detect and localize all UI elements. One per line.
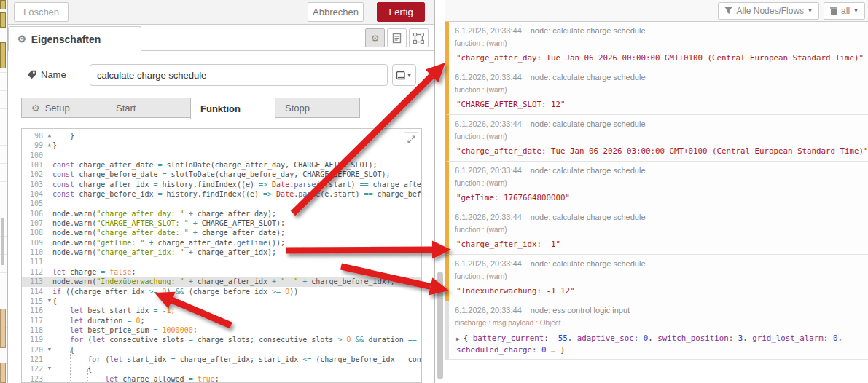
code-line[interactable]: 100 xyxy=(22,151,421,160)
document-icon xyxy=(392,33,402,44)
code-line[interactable]: 118 let best_price_sum = 1000000; xyxy=(22,325,421,335)
code-line[interactable]: 103const charge_after_idx = history.find… xyxy=(22,180,421,189)
line-number: 104 xyxy=(22,189,52,199)
fold-down-icon[interactable]: ▼ xyxy=(48,297,51,305)
code-line[interactable]: 109node.warn("getTime: " + charge_after_… xyxy=(22,238,421,248)
line-number: 121 xyxy=(22,355,52,364)
fold-down-icon[interactable]: ▼ xyxy=(48,365,51,373)
expand-caret-icon[interactable]: ▶ xyxy=(456,336,464,342)
code-text: let best_price_sum = 1000000; xyxy=(52,325,421,335)
tab-start[interactable]: Start xyxy=(106,98,191,118)
debug-clear-button[interactable]: all ▼ xyxy=(824,2,865,20)
code-text xyxy=(52,199,421,208)
properties-tab-label: Eigenschaften xyxy=(31,33,101,45)
fold-down-icon[interactable]: ▼ xyxy=(48,346,51,354)
node-properties-button[interactable]: ⚙ xyxy=(365,28,385,47)
code-text: node.warn("charge_after_date: " + charge… xyxy=(52,228,421,237)
canvas-scrollbar[interactable] xyxy=(1,218,4,265)
code-text: } xyxy=(52,131,421,141)
node-fragment xyxy=(0,12,6,28)
node-description-button[interactable] xyxy=(387,28,407,47)
code-line[interactable]: 106node.warn("charge_after_day: " + char… xyxy=(22,209,421,218)
line-number: 99▲ xyxy=(22,141,52,150)
code-text: { xyxy=(52,296,421,306)
code-line[interactable]: 102const charge_before_date = slotToDate… xyxy=(22,170,421,179)
code-line[interactable]: 107node.warn("CHARGE_AFTER_SLOT: " + CHA… xyxy=(22,218,421,228)
fold-up-icon[interactable]: ▲ xyxy=(48,141,51,149)
tag-icon xyxy=(27,70,36,79)
code-line[interactable]: 108node.warn("charge_after_date: " + cha… xyxy=(22,228,421,237)
code-line[interactable]: 121 for (let start_idx = charge_after_id… xyxy=(22,355,421,364)
code-text: } xyxy=(52,141,421,150)
message-node-name: node: calculate charge schedule xyxy=(531,259,646,268)
library-button[interactable]: ▼ xyxy=(392,64,416,86)
tray-scrollbar-thumb[interactable] xyxy=(437,272,443,379)
code-line[interactable]: 105 xyxy=(22,199,421,208)
name-input[interactable] xyxy=(90,64,388,86)
line-number: 118 xyxy=(22,325,52,335)
node-fragment xyxy=(0,309,6,348)
debug-message: 6.1.2026, 20:33:44node: calculate charge… xyxy=(445,162,868,208)
code-text: { xyxy=(52,345,421,355)
code-line[interactable]: 117 let duration = 0; xyxy=(22,316,421,325)
code-line[interactable]: 116 let best_start_idx = -1; xyxy=(22,306,421,315)
code-line[interactable]: 101const charge_after_date = slotToDate(… xyxy=(22,160,421,170)
done-button[interactable]: Fertig xyxy=(377,2,425,22)
code-line[interactable]: 112let charge = false; xyxy=(22,267,421,277)
code-text: let best_start_idx = -1; xyxy=(52,306,421,315)
delete-button[interactable]: Löschen xyxy=(14,2,69,22)
message-node-name: node: calculate charge schedule xyxy=(531,119,646,128)
message-property: function : (warn) xyxy=(455,226,864,234)
line-number: 115▼ xyxy=(22,296,52,306)
debug-message: 6.1.2026, 20:33:44node: calculate charge… xyxy=(445,115,868,162)
cancel-button[interactable]: Abbrechen xyxy=(308,2,364,22)
debug-filter-button[interactable]: Alle Nodes/Flows ▼ xyxy=(718,2,819,20)
code-text: for (let start_idx = charge_after_idx; s… xyxy=(52,355,421,364)
debug-sidebar: Alle Nodes/Flows ▼ all ▼ 6.1.2026, 20:33… xyxy=(445,0,868,383)
tab-setup[interactable]: ⚙ Setup xyxy=(21,98,106,118)
code-line[interactable]: 104const charge_before_idx = history.fin… xyxy=(22,189,421,199)
line-number: 111 xyxy=(22,257,52,266)
line-number: 105 xyxy=(22,199,52,208)
message-node-name: node: calculate charge schedule xyxy=(531,73,646,82)
code-line[interactable]: 119 for (let consecutive_slots = charge_… xyxy=(22,335,421,344)
message-node-name: node: calculate charge schedule xyxy=(531,166,646,175)
message-node-name: node: ess control logic input xyxy=(531,306,630,315)
line-number: 107 xyxy=(22,218,52,228)
message-timestamp: 6.1.2026, 20:33:44 xyxy=(455,166,522,175)
code-text: let charge = false; xyxy=(52,267,421,277)
code-line[interactable]: 122▼ { xyxy=(22,364,421,374)
line-number: 119 xyxy=(22,335,52,344)
line-number: 110 xyxy=(22,248,52,257)
line-number: 106 xyxy=(22,209,52,218)
filter-icon xyxy=(724,7,732,15)
panel-gap xyxy=(435,0,445,383)
code-line[interactable]: 113node.warn("Indexüberwachung: " + char… xyxy=(22,277,421,286)
tab-funktion[interactable]: Funktion xyxy=(190,98,275,119)
code-line[interactable]: 110node.warn("charge_after_idx: " + char… xyxy=(22,248,421,257)
code-line[interactable]: 123 let charge_allowed = true; xyxy=(22,374,421,383)
line-number: 113 xyxy=(22,277,52,286)
code-line[interactable]: 114if ((charge_after_idx >= 0) && (charg… xyxy=(22,287,421,296)
code-editor[interactable]: 98▲ }99▲}100101const charge_after_date =… xyxy=(21,128,422,383)
expand-frame-icon xyxy=(413,33,424,44)
line-number: 100 xyxy=(22,151,52,160)
code-text: { xyxy=(52,364,421,374)
tab-properties[interactable]: ⚙ Eigenschaften xyxy=(8,26,141,51)
code-line[interactable]: 111 xyxy=(22,257,421,266)
code-text: node.warn("CHARGE_AFTER_SLOT: " + CHARGE… xyxy=(52,218,421,228)
name-label: Name xyxy=(27,69,66,80)
code-line[interactable]: 115▼{ xyxy=(22,296,421,306)
code-line[interactable]: 98▲ } xyxy=(22,131,421,141)
code-line[interactable]: 120▼ { xyxy=(22,345,421,355)
tab-stopp[interactable]: Stopp xyxy=(275,98,360,118)
fullscreen-button[interactable] xyxy=(409,28,429,47)
message-node-name: node: calculate charge schedule xyxy=(531,26,646,35)
message-timestamp: 6.1.2026, 20:33:44 xyxy=(455,259,522,268)
code-text: node.warn("Indexüberwachung: " + charge_… xyxy=(52,277,421,286)
editor-expand-button[interactable] xyxy=(404,132,418,146)
code-line[interactable]: 99▲} xyxy=(22,141,421,150)
line-number: 108 xyxy=(22,228,52,237)
code-text: const charge_before_idx = history.findIn… xyxy=(52,189,421,199)
fold-up-icon[interactable]: ▲ xyxy=(48,132,51,140)
